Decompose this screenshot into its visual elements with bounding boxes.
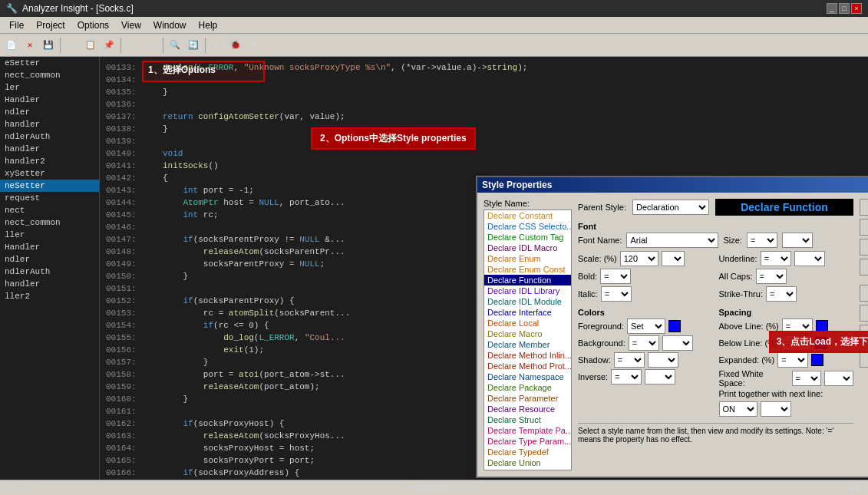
style-item-declare-package[interactable]: Declare Package [484,382,571,393]
style-properties-dialog[interactable]: Style Properties ✕ Style Name: Declare C… [476,176,868,478]
menu-project[interactable]: Project [30,18,71,32]
above-line-select[interactable]: = [782,318,813,334]
done-button[interactable]: Done [860,199,868,216]
style-item-declare-idl-library[interactable]: Declare IDL Library [484,285,571,296]
style-item-declare-local[interactable]: Declare Local [484,318,571,328]
new-button[interactable]: 📄 [3,37,20,54]
italic-select[interactable]: = [601,286,632,302]
sidebar-item-4[interactable]: ndler [0,106,99,118]
save-button[interactable]: Save... [860,305,868,322]
bold-select[interactable]: = [600,269,631,284]
sidebar-item-15[interactable]: Handler [0,241,99,253]
sidebar-item-17[interactable]: ndlerAuth [0,266,99,278]
style-item-declare-member[interactable]: Declare Member [484,339,571,350]
sidebar-item-10[interactable]: neSetter [0,180,99,192]
sidebar-item-16[interactable]: ndler [0,253,99,266]
style-item-declare-resource[interactable]: Declare Resource [484,404,571,414]
cancel-button[interactable]: Cancel [860,219,868,236]
fixed-white-select[interactable]: = [792,371,821,386]
underline-select[interactable]: = [761,251,791,266]
scale-select[interactable]: 120 [620,251,658,266]
style-item-declare-constant[interactable]: Declare Constant [484,210,571,221]
minimize-button[interactable]: _ [827,3,837,14]
style-item-declare-idl-module[interactable]: Declare IDL Module [484,296,571,307]
sidebar-item-9[interactable]: xySetter [0,167,99,180]
load-button[interactable]: Load... [860,285,868,302]
stop-button[interactable]: ⏹ [246,37,262,54]
title-bar-controls[interactable]: _ □ × [827,3,862,14]
cut-button[interactable]: ✂ [64,37,81,54]
sidebar-item-19[interactable]: ller2 [0,290,99,302]
paste-button[interactable]: 📌 [101,37,117,54]
sidebar-item-11[interactable]: request [0,192,99,204]
strikethrough-select[interactable]: = [766,286,797,302]
sidebar-item-2[interactable]: ler [0,81,99,94]
size-unit-select[interactable] [782,233,813,248]
undo-button[interactable]: ↩ [124,37,141,54]
sidebar-item-1[interactable]: nect_common [0,69,99,81]
inverse-select[interactable]: = [611,369,642,384]
save-button[interactable]: 💾 [40,37,57,54]
status-nav-right[interactable]: ▶ [856,483,862,493]
parent-style-select[interactable]: Declaration [632,200,709,215]
code-area[interactable]: 1、选择Options 00133: do_log(L_ERROR, "Unkn… [100,57,868,480]
style-item-declare-method-prot[interactable]: Declare Method Prot... [484,361,571,371]
sidebar-item-14[interactable]: ller [0,229,99,241]
replace-button[interactable]: 🔄 [185,37,202,54]
menu-window[interactable]: Window [147,18,193,32]
scale-unit-select[interactable] [662,251,685,266]
shadow-select[interactable]: = [614,352,645,368]
sidebar-item-18[interactable]: handler [0,278,99,290]
debug-button[interactable]: 🐞 [227,37,244,54]
menu-file[interactable]: File [3,18,30,32]
print-together-select[interactable]: ON [719,401,757,417]
style-item-declare-idl-macro[interactable]: Declare IDL Macro [484,243,571,253]
allcaps-select[interactable]: = [756,269,787,284]
background-select[interactable]: = [629,335,659,351]
style-item-declare-custom[interactable]: Declare Custom Tag [484,232,571,243]
sidebar-item-8[interactable]: handler2 [0,155,99,167]
style-item-declare-macro[interactable]: Declare Macro [484,328,571,339]
style-item-declare-namespace[interactable]: Declare Namespace [484,371,571,382]
delete-style-button[interactable]: Delete Style [860,259,868,276]
inverse-val-select[interactable] [645,369,675,384]
style-item-declare-var[interactable]: Declare Var [484,468,571,470]
print-together-val-select[interactable] [761,401,791,417]
style-item-declare-css[interactable]: Declare CSS Selecto... [484,221,571,232]
style-item-declare-parameter[interactable]: Declare Parameter [484,393,571,404]
add-style-button[interactable]: Add Style... [860,239,868,256]
shadow-val-select[interactable] [648,352,678,368]
menu-view[interactable]: View [115,18,147,32]
style-item-declare-enum-const[interactable]: Declare Enum Const [484,264,571,275]
redo-button[interactable]: ↪ [143,37,160,54]
style-item-declare-enum[interactable]: Declare Enum [484,253,571,264]
style-item-declare-interface[interactable]: Declare Interface [484,307,571,318]
find-button[interactable]: 🔍 [167,37,183,54]
style-item-declare-method-inline[interactable]: Declare Method Inlin... [484,350,571,361]
font-name-select[interactable]: Arial [626,233,718,248]
sidebar-item-0[interactable]: eSetter [0,57,99,69]
sidebar-item-5[interactable]: handler [0,118,99,130]
fixed-white-val-select[interactable] [824,371,853,386]
expanded-select[interactable]: = [777,352,808,368]
sidebar-item-13[interactable]: nect_common [0,216,99,229]
underline-val-select[interactable] [794,251,825,266]
copy-button[interactable]: 📋 [82,37,99,54]
sidebar-item-12[interactable]: nect [0,204,99,216]
menu-options[interactable]: Options [71,18,115,32]
reset-button[interactable]: Reset... [860,325,868,342]
maximize-button[interactable]: □ [839,3,850,14]
menu-help[interactable]: Help [193,18,224,32]
size-value-select[interactable]: = [747,233,777,248]
sidebar-item-6[interactable]: ndlerAuth [0,130,99,143]
open-button[interactable]: ✕ [21,37,38,54]
style-item-declare-type-param[interactable]: Declare Type Param... [484,436,571,447]
status-nav-left[interactable]: ◀ [847,483,853,493]
sidebar-item-7[interactable]: handler [0,143,99,155]
style-item-declare-typedef[interactable]: Declare Typedef [484,447,571,457]
below-line-select[interactable]: = [781,335,812,351]
help-button[interactable]: Help [860,351,868,368]
style-item-declare-union[interactable]: Declare Union [484,457,571,468]
foreground-select[interactable]: Set [627,318,665,334]
style-item-declare-template[interactable]: Declare Template Pa... [484,425,571,436]
